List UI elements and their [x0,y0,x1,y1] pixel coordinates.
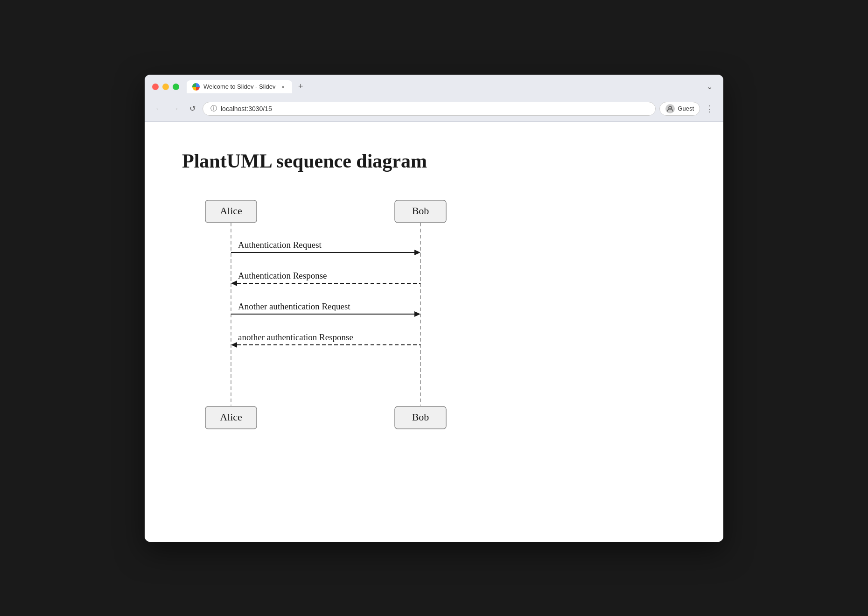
tab-favicon [192,83,200,91]
actor-bob-bottom: Bob [412,411,429,423]
svg-marker-8 [231,280,237,286]
svg-marker-10 [414,311,420,317]
browser-menu-button[interactable]: ⋮ [704,102,716,116]
msg3-label: Another authentication Request [238,301,350,311]
url-bar[interactable]: ⓘ localhost:3030/15 [203,102,656,116]
svg-marker-6 [414,250,420,255]
active-tab[interactable]: Welcome to Slidev - Slidev × [187,80,292,93]
page-content: PlantUML sequence diagram Alice Bob Auth… [145,122,723,542]
close-button[interactable] [152,84,159,90]
traffic-lights [152,84,179,90]
tab-close-button[interactable]: × [279,83,287,91]
browser-window: Welcome to Slidev - Slidev × + ⌄ ← → ↺ ⓘ… [145,75,723,542]
msg1-label: Authentication Request [238,240,322,250]
msg4-label: another authentication Response [238,332,353,342]
maximize-button[interactable] [173,84,179,90]
title-bar: Welcome to Slidev - Slidev × + ⌄ [145,75,723,98]
back-button[interactable]: ← [152,102,165,115]
sequence-diagram: Alice Bob Authentication Request Authent… [182,196,686,445]
tab-bar: Welcome to Slidev - Slidev × + ⌄ [187,80,716,93]
actor-alice-bottom: Alice [220,411,242,423]
actor-alice-top: Alice [220,205,242,217]
forward-button[interactable]: → [169,102,182,115]
refresh-button[interactable]: ↺ [186,102,199,115]
new-tab-button[interactable]: + [294,80,307,93]
profile-button[interactable]: Guest [659,102,700,116]
address-bar: ← → ↺ ⓘ localhost:3030/15 Guest ⋮ [145,98,723,122]
actor-bob-top: Bob [412,205,429,217]
slide-title: PlantUML sequence diagram [182,150,686,172]
tab-title: Welcome to Slidev - Slidev [203,83,275,90]
svg-marker-12 [231,342,237,348]
profile-label: Guest [678,105,694,112]
minimize-button[interactable] [162,84,169,90]
tab-overflow-button[interactable]: ⌄ [703,80,716,93]
msg2-label: Authentication Response [238,271,327,280]
profile-icon [665,104,675,113]
url-text: localhost:3030/15 [221,105,648,112]
url-info-icon: ⓘ [210,105,217,113]
